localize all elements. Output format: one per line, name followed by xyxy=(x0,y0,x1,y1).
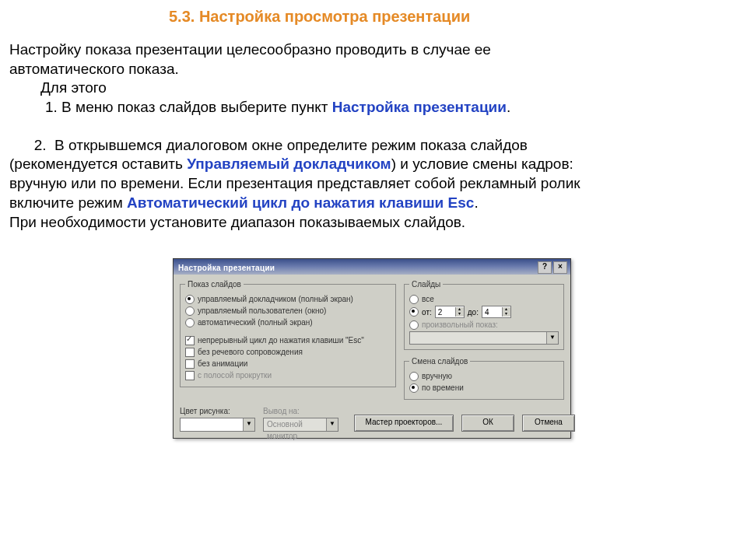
step-2-line-4a: включите режим xyxy=(9,194,127,211)
chevron-down-icon: ▼ xyxy=(326,418,338,431)
output-field: Вывод на: Основной монитор ▼ xyxy=(263,406,338,432)
step-1: 1. В меню показ слайдов выберите пункт Н… xyxy=(9,98,738,117)
step-2-line-2: (рекомендуется оставить Управляемый докл… xyxy=(9,155,738,174)
radio-all-slides[interactable]: все xyxy=(409,294,559,304)
check-no-narration[interactable]: без речевого сопровождения xyxy=(185,347,391,357)
cancel-button[interactable]: Отмена xyxy=(522,415,575,432)
check-loop[interactable]: непрерывный цикл до нажатия клавиши "Esc… xyxy=(185,335,391,345)
step-2-line-5: При необходимости установите диапазон по… xyxy=(9,213,738,233)
ok-button[interactable]: ОК xyxy=(461,415,514,432)
checkbox-icon xyxy=(185,348,195,357)
checkbox-icon xyxy=(185,371,195,380)
spin-down-icon[interactable]: ▾ xyxy=(502,312,510,317)
to-spinner[interactable]: 4 ▴▾ xyxy=(482,306,511,318)
radio-manual[interactable]: вручную xyxy=(409,371,559,381)
step-1-suffix: . xyxy=(507,99,510,115)
step-2-line-4b: . xyxy=(474,194,478,211)
check-scrollbar: с полосой прокрутки xyxy=(185,370,391,380)
radio-presenter[interactable]: управляемый докладчиком (полный экран) xyxy=(185,294,391,304)
spin-down-icon[interactable]: ▾ xyxy=(455,312,464,317)
radio-custom-show: произвольный показ: xyxy=(409,320,559,330)
radio-user[interactable]: управляемый пользователен (окно) xyxy=(185,306,391,316)
group-slides: Слайды все от: 2 ▴▾ до: xyxy=(404,279,564,350)
group-slides-legend: Слайды xyxy=(409,279,443,289)
from-label: от: xyxy=(422,307,432,317)
radio-presenter-label: управляемый докладчиком (полный экран) xyxy=(198,294,353,304)
check-scrollbar-label: с полосой прокрутки xyxy=(198,370,272,380)
radio-manual-label: вручную xyxy=(422,371,452,381)
link-presenter-mode: Управляемый докладчиком xyxy=(187,156,391,172)
step-2-line-2b: ) и условие смены кадров: xyxy=(391,156,573,172)
step-2-line-4: включите режим Автоматический цикл до на… xyxy=(9,194,738,213)
radio-timing[interactable]: по времени xyxy=(409,383,559,393)
pen-color-select[interactable]: ▼ xyxy=(180,418,255,432)
group-advance-legend: Смена слайдов xyxy=(409,356,470,366)
check-no-anim-label: без анимации xyxy=(198,359,247,369)
close-button[interactable]: × xyxy=(553,261,567,274)
group-advance: Смена слайдов вручную по времени xyxy=(404,356,564,400)
radio-icon xyxy=(185,318,195,327)
radio-icon xyxy=(185,306,195,316)
radio-timing-label: по времени xyxy=(422,383,464,393)
to-value: 4 xyxy=(482,307,502,317)
intro-line-3: Для этого xyxy=(9,79,738,98)
output-select: Основной монитор ▼ xyxy=(263,418,338,432)
link-setup-presentation: Настройка презентации xyxy=(332,99,507,115)
radio-auto-label: автоматический (полный экран) xyxy=(198,317,313,327)
radio-custom-label: произвольный показ: xyxy=(422,320,498,330)
setup-presentation-dialog: Настройка презентации ? × Показ слайдов … xyxy=(173,258,571,439)
chevron-down-icon: ▼ xyxy=(546,332,558,344)
intro-line-1: Настройку показа презентации целесообраз… xyxy=(9,40,738,60)
radio-auto[interactable]: автоматический (полный экран) xyxy=(185,317,391,327)
radio-user-label: управляемый пользователен (окно) xyxy=(198,306,326,316)
step-1-prefix: 1. В меню показ слайдов выберите пункт xyxy=(45,99,332,115)
help-button[interactable]: ? xyxy=(538,261,552,274)
output-label: Вывод на: xyxy=(263,406,338,416)
pen-color-label: Цвет рисунка: xyxy=(180,406,255,416)
radio-icon xyxy=(409,372,419,381)
step-2-line-2a: (рекомендуется оставить xyxy=(9,156,187,172)
radio-all-label: все xyxy=(422,294,434,304)
section-title: 5.3. Настройка просмотра презентации xyxy=(9,6,738,26)
radio-icon xyxy=(409,320,419,330)
radio-range[interactable] xyxy=(409,307,419,317)
pen-color-field: Цвет рисунка: ▼ xyxy=(180,406,255,432)
to-label: до: xyxy=(468,307,479,317)
radio-icon xyxy=(409,383,419,393)
checkbox-icon xyxy=(185,359,195,369)
intro-line-2: автоматического показа. xyxy=(9,60,738,79)
step-2-line-1: 2. В открывшемся диалоговом окне определ… xyxy=(9,136,738,156)
from-value: 2 xyxy=(436,307,455,317)
dialog-titlebar: Настройка презентации ? × xyxy=(174,259,570,275)
link-auto-loop: Автоматический цикл до нажатия клавиши E… xyxy=(127,194,474,211)
radio-icon xyxy=(185,295,195,304)
group-show-type: Показ слайдов управляемый докладчиком (п… xyxy=(180,279,396,387)
checkbox-icon xyxy=(185,336,195,345)
dialog-title: Настройка презентации xyxy=(178,263,536,273)
check-no-narration-label: без речевого сопровождения xyxy=(198,347,303,357)
chevron-down-icon: ▼ xyxy=(243,418,254,431)
group-show-legend: Показ слайдов xyxy=(185,279,244,289)
output-value: Основной монитор xyxy=(264,418,326,431)
check-no-anim[interactable]: без анимации xyxy=(185,359,391,369)
step-2-line-3: вручную или по времени. Если презентация… xyxy=(9,174,738,194)
custom-show-dropdown: ▼ xyxy=(409,331,559,345)
projector-wizard-button[interactable]: Мастер проекторов... xyxy=(354,415,454,432)
radio-icon xyxy=(409,295,419,304)
check-loop-label: непрерывный цикл до нажатия клавиши "Esc… xyxy=(198,335,364,345)
from-spinner[interactable]: 2 ▴▾ xyxy=(435,306,465,318)
